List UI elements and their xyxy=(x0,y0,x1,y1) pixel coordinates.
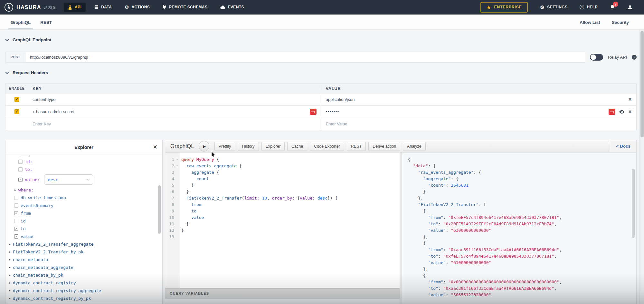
explorer-item-to[interactable]: to: xyxy=(5,165,162,173)
nav-item-api[interactable]: API xyxy=(64,3,86,12)
close-icon[interactable]: ✕ xyxy=(628,97,632,102)
explorer-scrollbar[interactable] xyxy=(158,185,161,234)
toolbar-button-derive-action[interactable]: Derive action xyxy=(368,142,400,151)
close-icon[interactable]: ✕ xyxy=(153,144,157,151)
explorer-item-fiattokenv2-2-transfer-aggregate[interactable]: ▶FiatTokenV2_2_Transfer_aggregate xyxy=(5,240,162,248)
checkbox[interactable] xyxy=(18,160,23,164)
execute-query-button[interactable]: ▶ xyxy=(199,141,209,152)
nav-item-actions[interactable]: ⚙ACTIONS xyxy=(120,3,154,12)
nav-items: APIDATA⚙ACTIONSREMOTE SCHEMASEVENTS xyxy=(64,3,248,12)
explorer-item-id[interactable]: id xyxy=(5,217,162,225)
collapse-chevron-icon[interactable] xyxy=(5,37,9,41)
sort-direction-select[interactable]: desc xyxy=(44,174,93,185)
toolbar-button-explorer[interactable]: Explorer xyxy=(261,142,285,151)
enterprise-button[interactable]: ★ ENTERPRISE xyxy=(480,2,528,13)
info-icon[interactable]: i xyxy=(632,55,637,60)
notifications-button[interactable]: 8 xyxy=(610,4,615,10)
nav-item-data[interactable]: DATA xyxy=(90,3,116,12)
tab-rest[interactable]: REST xyxy=(35,15,57,29)
user-menu-button[interactable] xyxy=(628,5,632,10)
response-line: "value": "63000000000000" xyxy=(408,227,636,234)
header-value-cell[interactable] xyxy=(321,118,637,130)
explorer-item-dynamic-contract-registry-aggregate[interactable]: ▶dynamic_contract_registry_aggregate xyxy=(5,287,162,294)
window-scrollbar-thumb[interactable] xyxy=(640,31,644,137)
fold-arrow-icon[interactable]: ▾ xyxy=(174,163,180,169)
checkbox[interactable]: ✓ xyxy=(14,211,18,215)
toolbar-button-rest[interactable]: REST xyxy=(347,142,366,151)
fold-arrow-icon[interactable]: ▾ xyxy=(174,195,180,201)
header-enabled-checkbox[interactable]: ✓ xyxy=(14,97,19,102)
new-header-value-input[interactable] xyxy=(326,122,632,126)
editor-result-splitter[interactable] xyxy=(400,152,402,304)
explorer-item-where[interactable]: ▶where: xyxy=(5,186,162,194)
response-scrollbar[interactable] xyxy=(632,169,635,238)
expand-arrow-icon[interactable]: ▶ xyxy=(9,274,11,277)
checkbox[interactable]: ✓ xyxy=(18,178,23,182)
endpoint-url-input[interactable] xyxy=(25,52,585,63)
explorer-item-chain-metadata-aggregate[interactable]: ▶chain_metadata_aggregate xyxy=(5,263,162,271)
hasura-logo-icon[interactable] xyxy=(5,3,13,12)
query-editor[interactable]: 1▾query MyQuery {2▾ raw_events_aggregate… xyxy=(165,152,400,289)
fold-arrow-icon xyxy=(174,182,180,189)
settings-button[interactable]: ⚙ SETTINGS xyxy=(540,5,567,10)
header-enabled-checkbox[interactable]: ✓ xyxy=(14,109,19,114)
header-key-cell[interactable]: x-hasura-admin-secret•••| xyxy=(28,106,321,118)
toolbar-button-analyze[interactable]: Analyze xyxy=(403,142,425,151)
toolbar-buttons: PrettifyHistoryExplorerCacheCode Exporte… xyxy=(214,142,426,151)
checkbox[interactable]: ✓ xyxy=(14,227,18,231)
checkbox[interactable] xyxy=(14,219,18,223)
toolbar-button-history[interactable]: History xyxy=(238,142,259,151)
close-icon[interactable]: ✕ xyxy=(628,109,632,114)
checkbox[interactable] xyxy=(14,203,18,208)
nav-item-remote-schemas[interactable]: REMOTE SCHEMAS xyxy=(158,3,212,12)
expand-arrow-icon[interactable]: ▶ xyxy=(9,243,11,246)
checkbox[interactable]: ✓ xyxy=(14,234,18,239)
expand-arrow-icon[interactable]: ▶ xyxy=(9,289,11,292)
expand-arrow-icon[interactable]: ▶ xyxy=(9,250,11,253)
expand-arrow-icon[interactable]: ▶ xyxy=(9,258,11,261)
tab-security[interactable]: Security xyxy=(607,15,634,29)
header-value-cell[interactable]: application/json✕ xyxy=(321,93,637,105)
help-button[interactable]: ? HELP xyxy=(580,5,598,9)
checkbox[interactable] xyxy=(18,167,23,172)
explorer-item-id[interactable]: id: xyxy=(5,158,162,165)
expand-arrow-icon[interactable]: ▶ xyxy=(9,266,11,269)
toolbar-button-prettify[interactable]: Prettify xyxy=(214,142,235,151)
explorer-item-value[interactable]: ✓value:desc xyxy=(5,173,162,186)
header-value-cell[interactable]: ••••••••••|✕ xyxy=(321,106,637,118)
header-key-cell[interactable] xyxy=(28,118,321,130)
relay-api-toggle[interactable] xyxy=(590,54,603,61)
fold-arrow-icon[interactable]: ▾ xyxy=(174,156,180,163)
selected-option: desc xyxy=(48,177,87,182)
collapse-chevron-icon[interactable] xyxy=(5,70,9,74)
docs-link[interactable]: < Docs xyxy=(610,140,636,152)
eye-icon[interactable] xyxy=(619,110,624,114)
expand-arrow-icon[interactable]: ▶ xyxy=(9,297,11,300)
explorer-item-chain-metadata-by-pk[interactable]: ▶chain_metadata_by_pk xyxy=(5,271,162,279)
expand-arrow-icon[interactable]: ▶ xyxy=(9,281,11,284)
explorer-item-chain-metadata[interactable]: ▶chain_metadata xyxy=(5,256,162,263)
explorer-item-dynamic-contract-registry[interactable]: ▶dynamic_contract_registry xyxy=(5,279,162,287)
explorer-item-from[interactable]: ✓from xyxy=(5,209,162,217)
query-variables-header[interactable]: QUERY VARIABLES xyxy=(165,288,400,299)
line-number: 11 xyxy=(165,221,174,227)
toolbar-button-cache[interactable]: Cache xyxy=(287,142,307,151)
explorer-item-dynamic-contract-registry-by-pk[interactable]: ▶dynamic_contract_registry_by_pk xyxy=(5,294,162,302)
query-variables-editor[interactable] xyxy=(165,299,400,304)
explorer-item-fiattokenv2-2-transfer-by-pk[interactable]: ▶FiatTokenV2_2_Transfer_by_pk xyxy=(5,248,162,256)
explorer-item-db-write-timestamp[interactable]: db_write_timestamp xyxy=(5,194,162,201)
toolbar-button-code-exporter[interactable]: Code Exporter xyxy=(310,142,344,151)
nav-item-label: EVENTS xyxy=(228,5,244,9)
header-key-cell[interactable]: content-type xyxy=(28,93,321,105)
explorer-item-value[interactable]: ✓value xyxy=(5,232,162,240)
checkbox[interactable] xyxy=(14,196,18,200)
nav-item-events[interactable]: EVENTS xyxy=(216,3,248,12)
new-header-key-input[interactable] xyxy=(33,122,317,126)
tab-allow-list[interactable]: Allow List xyxy=(575,15,605,29)
explorer-item-to[interactable]: ✓to xyxy=(5,225,162,232)
expand-arrow-icon[interactable]: ▶ xyxy=(14,189,16,191)
explorer-item-eventssummary[interactable]: eventsSummary xyxy=(5,201,162,209)
code-text: aggregate { xyxy=(180,169,219,176)
tab-graphiql[interactable]: GraphiQL xyxy=(6,15,35,29)
code-line: 11 } xyxy=(165,221,400,227)
